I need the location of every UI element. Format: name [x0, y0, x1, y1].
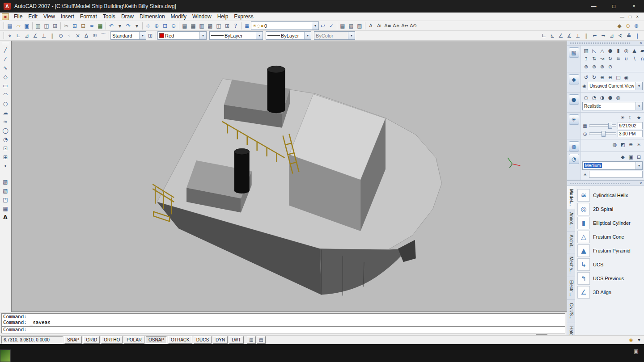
ucs-previous-icon[interactable]: ∣	[633, 32, 641, 40]
ellipse-icon[interactable]: ◯	[1, 126, 10, 135]
table-icon[interactable]: ▦	[1, 204, 10, 213]
palette-tab[interactable]: Model...	[567, 186, 575, 209]
close-button[interactable]: ×	[624, 0, 644, 13]
palette-tab[interactable]: Archit...	[567, 232, 575, 253]
camera-icon[interactable]: ▢	[614, 74, 622, 81]
menu-item[interactable]: File	[11, 13, 25, 20]
publish-icon[interactable]: ⊞	[51, 22, 59, 30]
osnap-midpoint-icon[interactable]: ⊿	[23, 32, 31, 40]
circle-icon[interactable]: ○	[1, 99, 10, 108]
palette-close-icon[interactable]: ×	[638, 181, 644, 185]
material-mapping-icon[interactable]: ∗	[635, 141, 643, 148]
frustum-cone-item[interactable]: △ Frustum Cone	[577, 231, 642, 243]
help-icon[interactable]: ?	[232, 22, 240, 30]
construction-line-icon[interactable]: ⁄	[1, 55, 10, 63]
menu-item[interactable]: View	[41, 13, 58, 20]
doc-restore-button[interactable]: □	[629, 14, 631, 19]
linetype-combo[interactable]: ByLayer ▾	[209, 31, 263, 40]
cylinder-icon[interactable]: ▮	[614, 47, 622, 54]
redo-arrow-icon[interactable]: ▾	[133, 22, 141, 30]
layer-properties-icon[interactable]: ≣	[243, 22, 251, 30]
line-icon[interactable]: ╱	[1, 46, 10, 54]
3d-hidden-icon[interactable]: ◑	[598, 94, 606, 101]
ucs-item[interactable]: ↳ UCS	[577, 258, 642, 270]
maximize-button[interactable]: □	[604, 0, 624, 13]
designcenter-icon[interactable]: ▦	[189, 22, 197, 30]
zoom-previous-icon[interactable]: ⊖	[169, 22, 178, 30]
constrained-orbit-icon[interactable]: ↺	[582, 74, 590, 81]
status-toggle-button[interactable]: GRID	[83, 336, 100, 344]
materials-panel-icon[interactable]: ◍	[569, 141, 579, 152]
coordinate-readout[interactable]: 6.7310, 3.0810, 0.0000	[1, 336, 63, 344]
copy-icon[interactable]: ⊞	[71, 22, 79, 30]
quickcalc-icon[interactable]: ⊞	[223, 22, 231, 30]
materials-editor-icon[interactable]: ◍	[611, 141, 619, 148]
spline-icon[interactable]: ≈	[1, 117, 10, 126]
polyline-icon[interactable]: ∿	[1, 63, 10, 72]
ellipse-arc-icon[interactable]: ◔	[1, 135, 10, 143]
zoom-realtime-icon[interactable]: ⊕	[153, 22, 161, 30]
multiline-text-icon[interactable]: A	[1, 213, 10, 221]
sweep-icon[interactable]: ↝	[598, 55, 606, 62]
redo-icon[interactable]: ↷	[124, 22, 132, 30]
geographic-location-icon[interactable]: ⊛	[632, 22, 640, 30]
torus-icon[interactable]: ◎	[623, 47, 630, 54]
revolve-icon[interactable]: ↻	[606, 55, 614, 62]
pyramid-icon[interactable]: ▲	[631, 47, 638, 54]
polygon-icon[interactable]: ◇	[1, 72, 10, 81]
plot-preview-icon[interactable]: ◫	[42, 22, 51, 30]
sun-date-slider[interactable]	[589, 124, 616, 127]
plot-icon[interactable]: ▥	[34, 22, 42, 30]
paste-icon[interactable]: ⊟	[79, 22, 87, 30]
cone-icon[interactable]: △	[598, 47, 606, 54]
slider-handle[interactable]	[602, 131, 606, 137]
menu-item[interactable]: Format	[77, 13, 100, 20]
render-settings-icon[interactable]: ⊟	[635, 153, 643, 160]
dwg-file-icon[interactable]: ▣	[2, 13, 9, 20]
minimize-button[interactable]: —	[584, 0, 604, 13]
layer-walk-icon[interactable]: ▨	[356, 22, 364, 30]
point-icon[interactable]: •	[1, 162, 10, 170]
block-editor-icon[interactable]: ▦	[96, 22, 104, 30]
insert-block-icon[interactable]: ⊡	[1, 144, 10, 152]
3d-mirror-icon[interactable]: ⊜	[598, 63, 606, 70]
single-line-text-icon[interactable]: Aı	[375, 22, 383, 30]
properties-icon[interactable]: ▤	[181, 22, 189, 30]
3d-align-item[interactable]: ∠ 3D Align	[577, 286, 642, 298]
osnap-perpendicular-icon[interactable]: ⊥	[40, 32, 48, 40]
cut-icon[interactable]: ✂	[62, 22, 70, 30]
qnew-icon[interactable]: ▤	[6, 22, 14, 30]
edit-text-icon[interactable]: A∗	[392, 22, 400, 30]
open-icon[interactable]: ▱	[14, 22, 22, 30]
command-resize-handle[interactable]	[536, 334, 547, 335]
color-combo[interactable]: Red ▾	[157, 31, 207, 40]
layout-icon[interactable]: ▤	[257, 336, 266, 344]
status-toggle-button[interactable]: DYN	[213, 336, 228, 344]
status-toggle-button[interactable]: SNAP	[64, 336, 82, 344]
menu-item[interactable]: Tools	[100, 13, 118, 20]
visual-style-panel-icon[interactable]: ●	[569, 94, 579, 105]
render-icon[interactable]: ◆	[615, 22, 623, 30]
taskbar[interactable]: ▣	[0, 344, 644, 362]
osnap-center-icon[interactable]: ⊙	[57, 32, 65, 40]
text-style-dialog-icon[interactable]: ⊞	[146, 32, 154, 40]
osnap-tangent-icon[interactable]: ≋	[91, 32, 99, 40]
toolbar-grip[interactable]	[2, 42, 9, 44]
model-viewport[interactable]	[11, 41, 567, 312]
desktop-preview-thumbnail[interactable]	[0, 349, 11, 362]
status-toggle-button[interactable]: POLAR	[124, 336, 144, 344]
walk-fly-icon[interactable]: ◉	[623, 74, 630, 81]
menu-item[interactable]: Express	[231, 13, 256, 20]
3d-rotate-icon[interactable]: ⊛	[590, 63, 598, 70]
osnap-apparent-icon[interactable]: ∆	[82, 32, 90, 40]
status-toggle-button[interactable]: OSNAP	[146, 336, 167, 344]
wedge-icon[interactable]: ◺	[590, 47, 598, 54]
find-text-icon[interactable]: A⊙	[409, 22, 417, 30]
lineweight-combo[interactable]: ByLayer ▾	[266, 31, 311, 40]
layer-states-manager-icon[interactable]: ▤	[339, 22, 347, 30]
polysolid-icon[interactable]: ▰	[639, 47, 644, 54]
taskbar-tray-icon[interactable]: ▣	[634, 348, 639, 354]
ucs-3point-icon[interactable]: ¬	[599, 32, 607, 40]
status-toggle-button[interactable]: DUCS	[194, 336, 212, 344]
render-output-field[interactable]	[589, 171, 643, 178]
